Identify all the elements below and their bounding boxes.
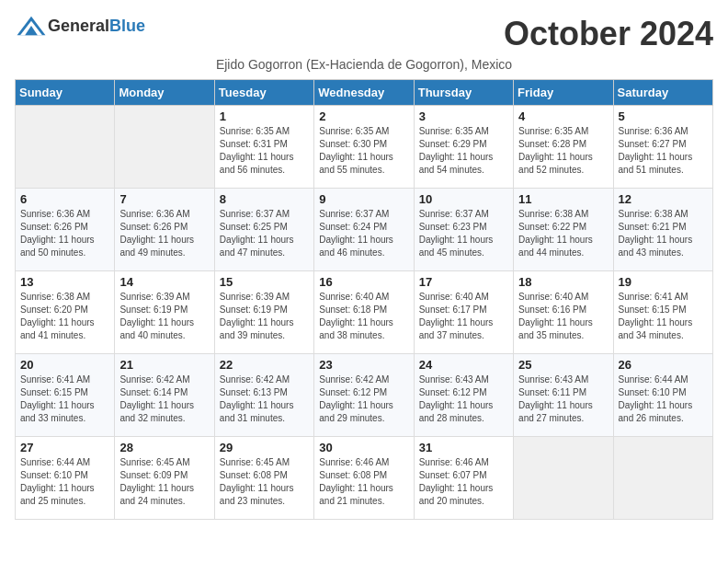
day-number: 16 (319, 275, 408, 289)
day-cell: 15Sunrise: 6:39 AM Sunset: 6:19 PM Dayli… (214, 271, 313, 354)
day-number: 22 (220, 358, 309, 372)
day-number: 27 (20, 441, 109, 454)
day-number: 29 (220, 441, 309, 454)
cell-info: Sunrise: 6:46 AM Sunset: 6:08 PM Dayligh… (319, 456, 408, 508)
day-number: 20 (20, 358, 109, 372)
day-cell: 19Sunrise: 6:41 AM Sunset: 6:15 PM Dayli… (613, 271, 712, 354)
day-number: 4 (518, 109, 608, 123)
cell-info: Sunrise: 6:41 AM Sunset: 6:15 PM Dayligh… (20, 373, 109, 425)
day-number: 1 (220, 109, 309, 123)
cell-info: Sunrise: 6:38 AM Sunset: 6:20 PM Dayligh… (20, 291, 109, 342)
day-cell: 8Sunrise: 6:37 AM Sunset: 6:25 PM Daylig… (214, 189, 313, 271)
cell-info: Sunrise: 6:43 AM Sunset: 6:12 PM Dayligh… (419, 373, 508, 425)
cell-info: Sunrise: 6:36 AM Sunset: 6:27 PM Dayligh… (619, 125, 708, 177)
cell-info: Sunrise: 6:45 AM Sunset: 6:08 PM Dayligh… (220, 456, 309, 508)
day-number: 12 (619, 192, 708, 206)
cell-info: Sunrise: 6:37 AM Sunset: 6:23 PM Dayligh… (419, 208, 508, 259)
day-number: 31 (419, 441, 508, 454)
day-cell: 14Sunrise: 6:39 AM Sunset: 6:19 PM Dayli… (115, 271, 214, 354)
cell-info: Sunrise: 6:40 AM Sunset: 6:17 PM Dayligh… (419, 291, 508, 342)
day-number: 25 (518, 358, 608, 372)
cell-info: Sunrise: 6:42 AM Sunset: 6:13 PM Dayligh… (220, 373, 309, 425)
day-cell: 20Sunrise: 6:41 AM Sunset: 6:15 PM Dayli… (16, 354, 115, 437)
day-cell: 10Sunrise: 6:37 AM Sunset: 6:23 PM Dayli… (414, 189, 513, 271)
cell-info: Sunrise: 6:37 AM Sunset: 6:24 PM Dayligh… (319, 208, 408, 259)
day-cell: 27Sunrise: 6:44 AM Sunset: 6:10 PM Dayli… (16, 437, 115, 520)
day-cell: 23Sunrise: 6:42 AM Sunset: 6:12 PM Dayli… (314, 354, 414, 437)
day-number: 14 (119, 275, 209, 289)
day-number: 21 (119, 358, 209, 372)
day-cell: 28Sunrise: 6:45 AM Sunset: 6:09 PM Dayli… (115, 437, 214, 520)
logo-general: General (48, 17, 109, 35)
col-header-wednesday: Wednesday (314, 80, 414, 106)
cell-info: Sunrise: 6:43 AM Sunset: 6:11 PM Dayligh… (518, 373, 608, 425)
cell-info: Sunrise: 6:41 AM Sunset: 6:15 PM Dayligh… (619, 291, 708, 342)
day-cell: 16Sunrise: 6:40 AM Sunset: 6:18 PM Dayli… (314, 271, 414, 354)
cell-info: Sunrise: 6:46 AM Sunset: 6:07 PM Dayligh… (419, 456, 508, 508)
day-cell: 26Sunrise: 6:44 AM Sunset: 6:10 PM Dayli… (613, 354, 712, 437)
cell-info: Sunrise: 6:39 AM Sunset: 6:19 PM Dayligh… (119, 291, 209, 342)
day-number: 3 (419, 109, 508, 123)
cell-info: Sunrise: 6:40 AM Sunset: 6:16 PM Dayligh… (518, 291, 608, 342)
day-cell: 3Sunrise: 6:35 AM Sunset: 6:29 PM Daylig… (414, 106, 513, 189)
cell-info: Sunrise: 6:45 AM Sunset: 6:09 PM Dayligh… (119, 456, 209, 508)
day-cell: 7Sunrise: 6:36 AM Sunset: 6:26 PM Daylig… (115, 189, 214, 271)
day-number: 24 (419, 358, 508, 372)
cell-info: Sunrise: 6:35 AM Sunset: 6:31 PM Dayligh… (220, 125, 309, 177)
day-cell: 11Sunrise: 6:38 AM Sunset: 6:22 PM Dayli… (514, 189, 613, 271)
subtitle: Ejido Gogorron (Ex-Hacienda de Gogorron)… (15, 57, 713, 72)
day-cell: 9Sunrise: 6:37 AM Sunset: 6:24 PM Daylig… (314, 189, 414, 271)
day-cell: 6Sunrise: 6:36 AM Sunset: 6:26 PM Daylig… (16, 189, 115, 271)
day-cell (613, 437, 712, 520)
col-header-tuesday: Tuesday (214, 80, 313, 106)
cell-info: Sunrise: 6:42 AM Sunset: 6:12 PM Dayligh… (319, 373, 408, 425)
day-number: 11 (518, 192, 608, 206)
day-number: 9 (319, 192, 408, 206)
day-number: 8 (220, 192, 309, 206)
calendar-table: SundayMondayTuesdayWednesdayThursdayFrid… (15, 79, 713, 520)
header: GeneralBlue October 2024 (15, 15, 713, 53)
cell-info: Sunrise: 6:36 AM Sunset: 6:26 PM Dayligh… (119, 208, 209, 259)
week-row-5: 27Sunrise: 6:44 AM Sunset: 6:10 PM Dayli… (16, 437, 713, 520)
logo: GeneralBlue (15, 15, 145, 37)
day-cell: 24Sunrise: 6:43 AM Sunset: 6:12 PM Dayli… (414, 354, 513, 437)
cell-info: Sunrise: 6:37 AM Sunset: 6:25 PM Dayligh… (220, 208, 309, 259)
day-cell: 5Sunrise: 6:36 AM Sunset: 6:27 PM Daylig… (613, 106, 712, 189)
cell-info: Sunrise: 6:42 AM Sunset: 6:14 PM Dayligh… (119, 373, 209, 425)
cell-info: Sunrise: 6:38 AM Sunset: 6:21 PM Dayligh… (619, 208, 708, 259)
col-header-friday: Friday (514, 80, 613, 106)
cell-info: Sunrise: 6:38 AM Sunset: 6:22 PM Dayligh… (518, 208, 608, 259)
day-cell: 12Sunrise: 6:38 AM Sunset: 6:21 PM Dayli… (613, 189, 712, 271)
day-number: 13 (20, 275, 109, 289)
day-cell (514, 437, 613, 520)
month-title: October 2024 (504, 15, 713, 53)
day-cell: 18Sunrise: 6:40 AM Sunset: 6:16 PM Dayli… (514, 271, 613, 354)
day-cell: 21Sunrise: 6:42 AM Sunset: 6:14 PM Dayli… (115, 354, 214, 437)
day-cell: 29Sunrise: 6:45 AM Sunset: 6:08 PM Dayli… (214, 437, 313, 520)
week-row-1: 1Sunrise: 6:35 AM Sunset: 6:31 PM Daylig… (16, 106, 713, 189)
logo-icon (15, 15, 48, 37)
day-cell (16, 106, 115, 189)
calendar-header-row: SundayMondayTuesdayWednesdayThursdayFrid… (16, 80, 713, 106)
day-cell: 4Sunrise: 6:35 AM Sunset: 6:28 PM Daylig… (514, 106, 613, 189)
day-number: 23 (319, 358, 408, 372)
week-row-4: 20Sunrise: 6:41 AM Sunset: 6:15 PM Dayli… (16, 354, 713, 437)
col-header-sunday: Sunday (16, 80, 115, 106)
cell-info: Sunrise: 6:35 AM Sunset: 6:28 PM Dayligh… (518, 125, 608, 177)
day-number: 7 (119, 192, 209, 206)
day-cell: 13Sunrise: 6:38 AM Sunset: 6:20 PM Dayli… (16, 271, 115, 354)
day-cell (115, 106, 214, 189)
day-cell: 1Sunrise: 6:35 AM Sunset: 6:31 PM Daylig… (214, 106, 313, 189)
day-number: 30 (319, 441, 408, 454)
week-row-3: 13Sunrise: 6:38 AM Sunset: 6:20 PM Dayli… (16, 271, 713, 354)
day-number: 10 (419, 192, 508, 206)
day-number: 5 (619, 109, 708, 123)
day-number: 15 (220, 275, 309, 289)
day-cell: 31Sunrise: 6:46 AM Sunset: 6:07 PM Dayli… (414, 437, 513, 520)
cell-info: Sunrise: 6:35 AM Sunset: 6:30 PM Dayligh… (319, 125, 408, 177)
cell-info: Sunrise: 6:40 AM Sunset: 6:18 PM Dayligh… (319, 291, 408, 342)
cell-info: Sunrise: 6:39 AM Sunset: 6:19 PM Dayligh… (220, 291, 309, 342)
day-cell: 22Sunrise: 6:42 AM Sunset: 6:13 PM Dayli… (214, 354, 313, 437)
col-header-monday: Monday (115, 80, 214, 106)
week-row-2: 6Sunrise: 6:36 AM Sunset: 6:26 PM Daylig… (16, 189, 713, 271)
